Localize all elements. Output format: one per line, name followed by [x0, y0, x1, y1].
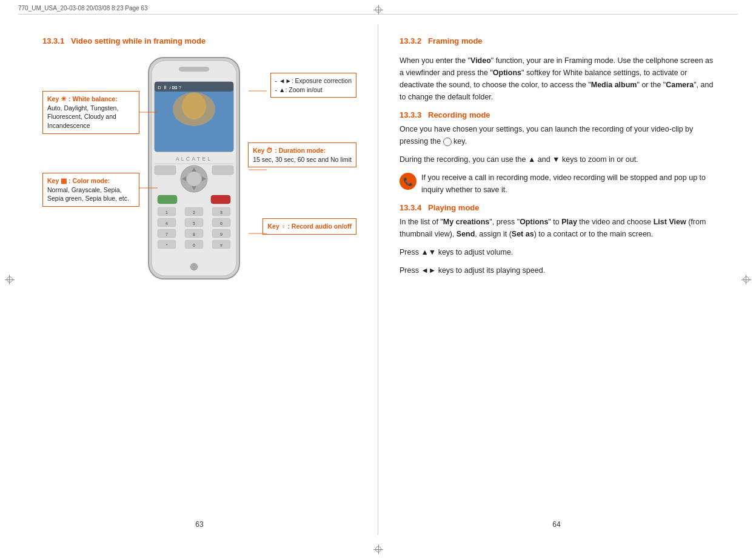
right-page-number: 64 — [552, 520, 560, 529]
svg-point-45 — [190, 263, 198, 270]
print-info: 770_UM_USA_20-03-08 20/03/08 8:23 Page 6… — [18, 5, 148, 12]
playing-mode-text: In the list of "My creations", press "Op… — [400, 216, 714, 240]
right-page: 13.3.2 Framing mode When you enter the "… — [381, 24, 732, 535]
recording-mode-text1: Once you have chosen your settings, you … — [400, 123, 714, 147]
svg-text:#: # — [220, 243, 222, 247]
svg-text:1: 1 — [166, 210, 168, 215]
svg-text:D ⏸ ♪ ✉ ?: D ⏸ ♪ ✉ ? — [158, 85, 182, 90]
svg-point-6 — [182, 93, 206, 119]
framing-mode-text: When you enter the "Video" function, you… — [400, 55, 714, 103]
svg-text:*: * — [166, 243, 168, 247]
crop-mark-bottom — [373, 544, 383, 554]
white-balance-annotation: Key ☀ : White balance: Auto, Daylight, T… — [42, 91, 139, 134]
svg-text:9: 9 — [220, 232, 222, 236]
svg-text:2: 2 — [193, 210, 195, 215]
crop-mark-right — [741, 275, 751, 284]
svg-rect-11 — [155, 166, 176, 175]
info-icon: 📞 — [400, 173, 416, 190]
speed-text: Press ◄► keys to adjust its playing spee… — [400, 264, 714, 276]
left-section-header: 13.3.1 Video setting while in framing mo… — [42, 36, 356, 45]
color-mode-annotation: Key ▦ : Color mode: Normal, Grayscale, S… — [42, 173, 139, 207]
svg-rect-20 — [211, 195, 230, 204]
svg-text:ALCATEL: ALCATEL — [176, 156, 212, 162]
page-spread: 13.3.1 Video setting while in framing mo… — [24, 24, 732, 535]
phone-illustration: D ⏸ ♪ ✉ ? ALCATEL — [139, 55, 249, 285]
circle-key-icon — [443, 138, 452, 146]
volume-text: Press ▲▼ keys to adjust volume. — [400, 246, 714, 258]
recording-mode-text2: During the recording, you can use the ▲ … — [400, 153, 714, 166]
page-divider — [378, 24, 378, 535]
crop-mark-left — [5, 275, 15, 284]
svg-text:7: 7 — [166, 232, 168, 236]
info-box-text: If you receive a call in recording mode,… — [421, 172, 714, 196]
svg-rect-2 — [179, 67, 209, 72]
recording-mode-header: 13.3.3 Recording mode — [400, 110, 714, 119]
phone-svg: D ⏸ ♪ ✉ ? ALCATEL — [139, 55, 249, 285]
svg-text:8: 8 — [193, 232, 195, 236]
svg-rect-19 — [158, 195, 177, 204]
svg-text:0: 0 — [193, 243, 195, 247]
framing-mode-header: 13.3.2 Framing mode — [400, 36, 714, 45]
svg-text:5: 5 — [193, 221, 195, 226]
left-page: 13.3.1 Video setting while in framing mo… — [24, 24, 375, 535]
record-audio-annotation: Key ♀ : Record audio on/off — [263, 218, 356, 235]
info-box: 📞 If you receive a call in recording mod… — [400, 172, 714, 196]
crop-mark-top — [373, 5, 383, 15]
svg-text:3: 3 — [220, 210, 222, 215]
svg-text:6: 6 — [220, 221, 222, 226]
duration-annotation: Key ⏱ : Duration mode: 15 sec, 30 sec, 6… — [248, 142, 356, 167]
phone-area: Key ☀ : White balance: Auto, Daylight, T… — [42, 55, 356, 309]
svg-point-14 — [187, 172, 201, 186]
left-page-number: 63 — [195, 520, 203, 529]
svg-rect-12 — [212, 166, 233, 175]
exposure-annotation: - ◄►: Exposure correction - ▲: Zoom in/o… — [270, 73, 356, 98]
playing-mode-header: 13.3.4 Playing mode — [400, 203, 714, 212]
svg-text:4: 4 — [166, 221, 168, 226]
